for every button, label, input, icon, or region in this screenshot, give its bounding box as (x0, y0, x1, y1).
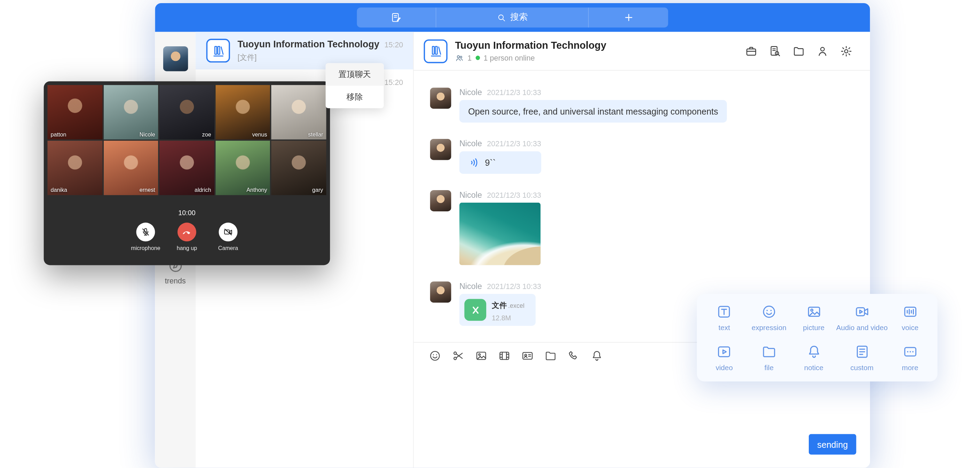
participant-tile: Nicole (103, 85, 158, 139)
topbar-pill: 搜索 (357, 8, 668, 27)
participant-tile: aldrich (159, 141, 214, 195)
folder-icon[interactable] (792, 45, 805, 57)
mic-off-icon (141, 227, 151, 237)
folder-icon[interactable] (544, 349, 557, 362)
feature-item-audio-video[interactable]: Audio and video (836, 304, 888, 336)
ft-custom-icon (854, 344, 870, 359)
message-body: Nicole 2021/12/3 10:33 9`` (460, 139, 541, 174)
conversation-time: 15:20 (384, 41, 403, 50)
group-avatar (206, 39, 230, 62)
screen: 搜索 trends (0, 0, 980, 468)
members-icon (455, 54, 463, 62)
feature-item-text[interactable]: text (702, 304, 747, 336)
menu-item-pin-chat[interactable]: 置顶聊天 (326, 63, 384, 86)
menu-item-remove[interactable]: 移除 (326, 86, 384, 108)
message-body: Nicole 2021/12/3 10:33 文件.excel (460, 281, 541, 326)
cut-icon[interactable] (452, 349, 464, 362)
feature-label: Audio and video (836, 324, 888, 332)
camera-button[interactable] (219, 222, 238, 241)
feature-panel: text expression picture Audio and video … (697, 294, 937, 381)
sender-name: Nicole (460, 281, 482, 291)
image-icon[interactable] (475, 349, 488, 362)
conversation-time: 15:20 (384, 78, 403, 87)
archive-icon[interactable] (745, 45, 757, 57)
call-timer: 10:00 (47, 209, 326, 217)
image-attachment[interactable] (460, 203, 541, 265)
participant-name: ernest (140, 187, 155, 193)
participant-tile: zoe (159, 85, 214, 139)
message-voice: Nicole 2021/12/3 10:33 9`` (430, 139, 870, 174)
message-body: Nicole 2021/12/3 10:33 (460, 190, 541, 265)
hang-up-control[interactable]: hang up (167, 222, 206, 251)
search-icon (496, 13, 506, 22)
file-name: 文件 (492, 300, 507, 309)
group-icon (428, 44, 443, 58)
feature-item-voice[interactable]: voice (888, 304, 933, 336)
participant-tile: ernest (103, 141, 158, 195)
text-bubble[interactable]: Open source, free, and universal instant… (460, 100, 727, 123)
message-head: Nicole 2021/12/3 10:33 (460, 190, 541, 200)
conversation-context-menu: 置顶聊天 移除 (326, 63, 384, 108)
chat-group-avatar (424, 39, 447, 63)
message-time: 2021/12/3 10:33 (487, 191, 541, 200)
ft-av-icon (854, 304, 870, 319)
chat-title: Tuoyun Information Technology (455, 40, 606, 51)
feature-item-custom[interactable]: custom (836, 344, 888, 375)
message-text: Nicole 2021/12/3 10:33 Open source, free… (430, 88, 870, 123)
file-attachment[interactable]: 文件.excel 12.8M (460, 294, 536, 326)
search-button[interactable]: 搜索 (436, 8, 588, 27)
feature-item-picture[interactable]: picture (791, 304, 836, 336)
ft-picture-icon (806, 304, 822, 319)
excel-icon (470, 305, 480, 315)
feature-label: voice (902, 324, 918, 332)
online-status: 1 person online (484, 54, 535, 62)
user-avatar[interactable] (163, 46, 188, 71)
feature-label: video (716, 364, 733, 371)
call-icon[interactable] (568, 349, 580, 362)
camera-toggle[interactable]: Camera (209, 222, 247, 251)
sender-name: Nicole (460, 139, 482, 149)
online-dot (476, 56, 480, 60)
chat-header: Tuoyun Information Technology 1 1 person… (414, 32, 870, 71)
participant-tile: stellar (272, 85, 326, 139)
ft-more-icon (902, 344, 918, 359)
feature-item-video[interactable]: video (702, 344, 747, 375)
history-search-icon[interactable] (769, 45, 781, 57)
note-icon (390, 12, 402, 23)
feature-item-file[interactable]: file (746, 344, 791, 375)
participant-name: stellar (308, 131, 323, 137)
feature-item-notice[interactable]: notice (791, 344, 836, 375)
new-note-button[interactable] (357, 8, 435, 27)
sender-avatar[interactable] (430, 139, 451, 160)
participant-name: Anthony (247, 187, 267, 193)
settings-icon[interactable] (840, 45, 853, 57)
sender-avatar[interactable] (430, 281, 451, 303)
video-call-window[interactable]: patton Nicole zoe venus stellar danika e… (44, 81, 330, 265)
hang-up-label: hang up (177, 245, 197, 251)
feature-item-more[interactable]: more (888, 344, 933, 375)
feature-item-expression[interactable]: expression (746, 304, 791, 336)
sender-avatar[interactable] (430, 88, 451, 109)
microphone-toggle[interactable]: microphone (126, 222, 165, 251)
compose-area[interactable]: sending (414, 368, 870, 468)
microphone-button[interactable] (137, 222, 155, 241)
plus-icon (623, 13, 633, 22)
emoji-icon[interactable] (429, 349, 441, 362)
voice-bubble[interactable]: 9`` (460, 152, 541, 174)
participant-grid: patton Nicole zoe venus stellar danika e… (47, 85, 326, 195)
film-icon[interactable] (498, 349, 511, 362)
file-meta: 文件.excel 12.8M (492, 299, 525, 321)
ft-voice-icon (902, 304, 918, 319)
send-button[interactable]: sending (809, 434, 856, 454)
add-button[interactable] (588, 8, 668, 27)
chat-header-actions (745, 45, 853, 57)
bell-icon[interactable] (590, 349, 603, 362)
contact-card-icon[interactable] (521, 349, 534, 362)
conversation-preview: [文件] (237, 53, 379, 63)
member-count: 1 (468, 54, 472, 62)
member-icon[interactable] (816, 45, 829, 57)
feature-label: text (718, 324, 730, 332)
sender-avatar[interactable] (430, 190, 451, 211)
hang-up-button[interactable] (178, 222, 196, 241)
message-time: 2021/12/3 10:33 (487, 88, 541, 97)
